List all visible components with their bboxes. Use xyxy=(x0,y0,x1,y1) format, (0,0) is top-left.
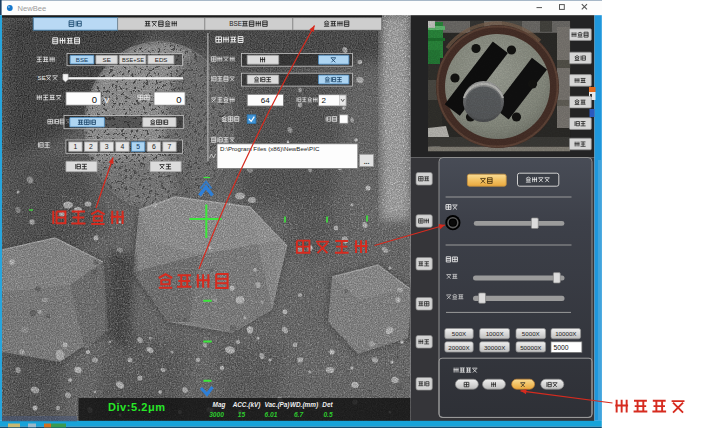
svg-text:20000X: 20000X xyxy=(448,344,469,351)
svg-text:BSE: BSE xyxy=(76,56,88,63)
svg-text:0: 0 xyxy=(92,94,97,105)
svg-text:V: V xyxy=(104,96,110,105)
svg-text:64: 64 xyxy=(261,96,270,105)
svg-text:1: 1 xyxy=(74,143,78,150)
svg-text:15: 15 xyxy=(238,411,246,418)
svg-text:3: 3 xyxy=(105,143,109,150)
svg-text:SE: SE xyxy=(38,74,46,81)
svg-text:4: 4 xyxy=(121,143,125,150)
svg-text:Div:5.2μm: Div:5.2μm xyxy=(108,401,166,413)
svg-text:NewBee: NewBee xyxy=(18,4,47,13)
svg-text:BSE: BSE xyxy=(229,20,242,27)
svg-text:500X: 500X xyxy=(452,330,466,337)
svg-text:1000X: 1000X xyxy=(486,330,504,337)
svg-text:6.7: 6.7 xyxy=(294,411,303,418)
svg-text:30000X: 30000X xyxy=(484,344,505,351)
svg-text:2: 2 xyxy=(322,96,327,105)
svg-text:6.01: 6.01 xyxy=(265,411,278,418)
svg-text:5: 5 xyxy=(136,143,140,150)
svg-text:0.5: 0.5 xyxy=(323,411,332,418)
svg-text:5000: 5000 xyxy=(554,344,569,351)
svg-text:6: 6 xyxy=(152,143,156,150)
svg-text:ACC.(kV): ACC.(kV) xyxy=(232,401,261,409)
svg-text:10000X: 10000X xyxy=(555,330,576,337)
svg-text:Mag: Mag xyxy=(213,401,226,409)
svg-text:EDS: EDS xyxy=(155,56,168,63)
svg-text:SE: SE xyxy=(103,56,111,63)
svg-text:...: ... xyxy=(364,158,370,165)
svg-text:Vac.(Pa): Vac.(Pa) xyxy=(265,401,290,409)
svg-text:3000: 3000 xyxy=(209,411,224,418)
svg-text:0: 0 xyxy=(176,94,181,105)
svg-text:D:\Program Files (x86)\NewBee\: D:\Program Files (x86)\NewBee\PIC xyxy=(220,145,320,152)
svg-text:2: 2 xyxy=(89,143,93,150)
svg-text:50000X: 50000X xyxy=(520,344,541,351)
svg-text:Det: Det xyxy=(322,401,333,408)
svg-text:BSE+SE: BSE+SE xyxy=(122,57,144,63)
svg-text:WD.(mm): WD.(mm) xyxy=(290,401,318,409)
svg-text:5000X: 5000X xyxy=(522,330,540,337)
svg-text:7: 7 xyxy=(168,143,172,150)
